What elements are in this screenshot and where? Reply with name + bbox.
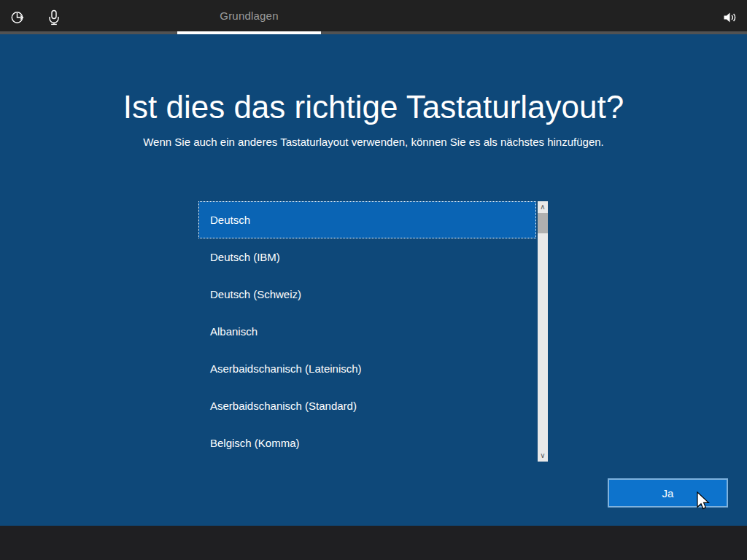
oobe-keyboard-screen: Grundlagen Ist dies das richtige Tastatu… <box>0 0 747 560</box>
list-item[interactable]: Deutsch (IBM) <box>198 238 536 276</box>
list-item[interactable]: Belgisch (Komma) <box>198 424 536 462</box>
microphone-icon <box>47 9 61 26</box>
bottom-taskbar <box>0 526 747 560</box>
keyboard-layout-items: DeutschDeutsch (IBM)Deutsch (Schweiz)Alb… <box>198 201 536 462</box>
page-title: Ist dies das richtige Tastaturlayout? <box>0 89 747 125</box>
scroll-thumb[interactable] <box>538 213 548 233</box>
ease-of-access-button[interactable] <box>6 0 29 34</box>
volume-icon <box>722 11 737 24</box>
topbar-divider <box>0 31 747 34</box>
list-item[interactable]: Aserbaidschanisch (Lateinisch) <box>198 350 536 387</box>
keyboard-layout-listbox: DeutschDeutsch (IBM)Deutsch (Schweiz)Alb… <box>198 201 549 462</box>
scroll-down-icon[interactable]: ∨ <box>538 450 548 462</box>
list-item[interactable]: Deutsch <box>198 201 536 238</box>
list-item[interactable]: Albanisch <box>198 313 536 350</box>
volume-button[interactable] <box>718 0 741 34</box>
tab-active-underline <box>177 31 321 34</box>
list-scrollbar[interactable]: ∧ ∨ <box>538 201 548 462</box>
page-subtitle: Wenn Sie auch ein anderes Tastaturlayout… <box>0 136 747 148</box>
tab-grundlagen[interactable]: Grundlagen <box>177 0 321 31</box>
yes-button[interactable]: Ja <box>608 478 728 508</box>
scroll-up-icon[interactable]: ∧ <box>538 201 548 213</box>
ease-of-access-icon <box>10 10 25 25</box>
list-item[interactable]: Aserbaidschanisch (Standard) <box>198 387 536 424</box>
microphone-button[interactable] <box>42 0 66 34</box>
top-navigation-bar <box>0 0 747 31</box>
tab-grundlagen-label: Grundlagen <box>220 9 278 22</box>
list-item[interactable]: Deutsch (Schweiz) <box>198 276 536 313</box>
